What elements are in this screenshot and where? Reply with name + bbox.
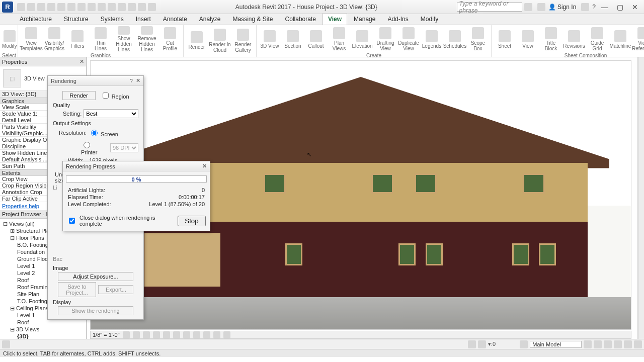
design-options-icon[interactable] <box>520 340 528 348</box>
ribbon-view-reference[interactable]: View Reference <box>632 26 644 52</box>
ribbon-section[interactable]: Section <box>282 26 304 52</box>
rendering-close-icon[interactable]: ✕ <box>136 77 140 84</box>
ribbon-3d-view[interactable]: 3D View <box>259 26 281 52</box>
ribbon-duplicate-view[interactable]: Duplicate View <box>397 26 420 52</box>
progress-close-icon[interactable]: ✕ <box>202 163 207 169</box>
worksets-icon[interactable] <box>2 340 10 348</box>
render-button[interactable]: Render <box>62 91 96 100</box>
ribbon-title-block[interactable]: Title Block <box>540 26 562 52</box>
tab-structure[interactable]: Structure <box>58 13 94 25</box>
qat-close-icon[interactable] <box>128 3 136 11</box>
tab-analyze[interactable]: Analyze <box>194 13 226 25</box>
ribbon-plan-views[interactable]: Plan Views <box>328 26 350 52</box>
crop-icon[interactable] <box>173 331 180 338</box>
quality-group-label: Quality <box>53 102 138 108</box>
qat-open-icon[interactable] <box>17 3 25 11</box>
qat-sync-icon[interactable] <box>138 3 146 11</box>
ribbon-icon <box>141 26 153 35</box>
ribbon-legends[interactable]: Legends <box>421 26 443 52</box>
qat-thin-icon[interactable] <box>118 3 126 11</box>
tab-modify[interactable]: Modify <box>415 13 444 25</box>
view-scale[interactable]: 1/8" = 1'-0" <box>93 332 120 338</box>
tab-systems[interactable]: Systems <box>95 13 129 25</box>
ribbon-view-templates[interactable]: View Templates <box>20 26 42 52</box>
qat-save-icon[interactable] <box>27 3 35 11</box>
lock-icon[interactable] <box>193 331 200 338</box>
ribbon-view[interactable]: View <box>517 26 539 52</box>
qat-undo-icon[interactable] <box>37 3 45 11</box>
qat-section-icon[interactable] <box>108 3 116 11</box>
tree-node[interactable]: Roof <box>0 319 86 326</box>
viewport-scrollbar[interactable] <box>638 57 644 339</box>
tab-addins[interactable]: Add-Ins <box>382 13 414 25</box>
tab-annotate[interactable]: Annotate <box>157 13 193 25</box>
ribbon-filters[interactable]: Filters <box>66 26 89 52</box>
ribbon-render-in-cloud[interactable]: Render in Cloud <box>209 28 231 54</box>
visual-style-icon[interactable] <box>133 331 140 338</box>
save-to-project-button: Save to Project... <box>58 282 96 297</box>
qat-text-icon[interactable] <box>88 3 96 11</box>
ribbon-schedules[interactable]: Schedules <box>444 26 466 52</box>
ribbon-matchline[interactable]: Matchline <box>609 26 631 52</box>
close-button[interactable]: ✕ <box>629 3 641 12</box>
quality-setting-select[interactable]: Best <box>84 109 138 118</box>
ribbon-drafting-view[interactable]: Drafting View <box>374 26 396 52</box>
view-control-bar: 1/8" = 1'-0" <box>90 331 631 339</box>
close-on-complete-checkbox[interactable] <box>69 218 75 224</box>
ribbon-sheet[interactable]: Sheet <box>494 26 516 52</box>
ribbon-show-hidden-lines[interactable]: Show Hidden Lines <box>113 26 135 52</box>
modify-tool[interactable]: Modify <box>2 26 17 52</box>
maximize-button[interactable]: ▢ <box>614 3 626 12</box>
qat-more-icon[interactable] <box>148 3 156 11</box>
tree-node[interactable]: {3D} <box>0 333 86 339</box>
ribbon-remove-hidden-lines[interactable]: Remove Hidden Lines <box>136 26 158 52</box>
tab-manage[interactable]: Manage <box>348 13 381 25</box>
temp-hide-icon[interactable] <box>203 331 210 338</box>
sun-path-icon[interactable] <box>143 331 150 338</box>
help-icon[interactable]: ? <box>592 4 596 11</box>
shadows-icon[interactable] <box>153 331 160 338</box>
ribbon-callout[interactable]: Callout <box>305 26 327 52</box>
qat-measure-icon[interactable] <box>67 3 75 11</box>
qat-align-icon[interactable] <box>77 3 86 11</box>
editable-only-icon[interactable] <box>478 340 486 348</box>
ribbon-thin-lines[interactable]: Thin Lines <box>90 26 112 52</box>
ribbon-guide-grid[interactable]: Guide Grid <box>586 26 608 52</box>
properties-close-icon[interactable]: ✕ <box>79 58 84 65</box>
app-icon[interactable]: R <box>2 2 13 13</box>
region-checkbox[interactable] <box>103 93 109 99</box>
ribbon-scope-box[interactable]: Scope Box <box>467 26 489 52</box>
qat-3d-icon[interactable] <box>98 3 106 11</box>
properties-type-icon: ⬚ <box>3 69 21 87</box>
tab-view[interactable]: View <box>323 13 347 25</box>
ribbon-cut-profile[interactable]: Cut Profile <box>159 26 181 52</box>
resolution-printer-radio[interactable] <box>84 142 90 148</box>
qat-print-icon[interactable] <box>57 3 65 11</box>
help-search-input[interactable]: Type a keyword or phrase <box>457 3 522 12</box>
tab-collaborate[interactable]: Collaborate <box>280 13 321 25</box>
main-model-select[interactable]: Main Model <box>530 341 582 348</box>
rendering-help-icon[interactable]: ? <box>130 78 133 84</box>
detail-level-icon[interactable] <box>123 331 130 338</box>
ribbon-render-gallery[interactable]: Render Gallery <box>232 28 254 54</box>
stop-button[interactable]: Stop <box>178 216 206 226</box>
selection-filter-icon[interactable] <box>468 340 476 348</box>
tab-insert[interactable]: Insert <box>130 13 156 25</box>
ribbon-revisions[interactable]: Revisions <box>563 26 585 52</box>
ribbon-render[interactable]: Render <box>186 28 208 54</box>
minimize-button[interactable]: — <box>599 3 611 12</box>
signin-label[interactable]: 👤 Sign In <box>548 4 577 11</box>
tab-architecture[interactable]: Architecture <box>14 13 57 25</box>
resolution-screen-radio[interactable] <box>91 130 98 136</box>
rendering-icon[interactable] <box>163 331 170 338</box>
analytical-icon[interactable] <box>223 331 230 338</box>
qat-redo-icon[interactable] <box>47 3 55 11</box>
crop-region-icon[interactable] <box>183 331 190 338</box>
ribbon-visibility-graphics[interactable]: Visibility/ Graphics <box>43 26 65 52</box>
tab-massing-site[interactable]: Massing & Site <box>227 13 279 25</box>
ribbon-icon <box>25 27 37 39</box>
reveal-icon[interactable] <box>213 331 220 338</box>
adjust-exposure-button[interactable]: Adjust Exposure... <box>58 272 133 281</box>
tree-node[interactable]: ⊟ 3D Views <box>0 326 86 333</box>
ribbon-elevation[interactable]: Elevation <box>351 26 373 52</box>
